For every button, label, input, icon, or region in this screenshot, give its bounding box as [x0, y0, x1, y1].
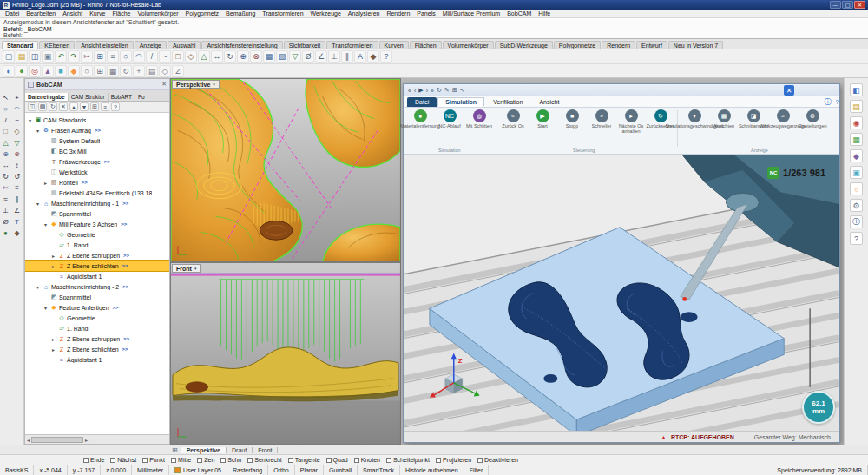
tree-item-more[interactable]: >>: [121, 221, 127, 227]
toolbar-icon[interactable]: ●: [16, 65, 28, 77]
osnap-toggle[interactable]: Senkrecht: [247, 457, 282, 463]
toolbar-tab[interactable]: Auswahl: [168, 41, 201, 49]
tree-item[interactable]: ▾ ⚙ Fräsen Auftrag >>: [25, 125, 169, 135]
toolbar-tab[interactable]: Kurven: [379, 41, 409, 49]
toolbar-icon[interactable]: ◇: [185, 50, 197, 63]
toolbar-icon[interactable]: Ø: [302, 50, 314, 63]
minimize-button[interactable]: —: [830, 1, 841, 9]
tree-item[interactable]: ◫ Werkstück: [25, 167, 169, 177]
menu-item[interactable]: Hilfe: [535, 10, 554, 16]
status-toggle[interactable]: Planar: [295, 465, 324, 475]
tool-palette-icon[interactable]: ~: [11, 115, 23, 126]
sim-ribbon-button[interactable]: ▸ Nächste Os anhalten: [616, 109, 646, 134]
menu-item[interactable]: Werkzeuge: [307, 10, 345, 16]
osnap-toggle[interactable]: Tangente: [288, 457, 320, 463]
dock-panel-icon[interactable]: ◆: [850, 149, 863, 162]
sim-tab[interactable]: Ansicht: [531, 97, 567, 107]
viewport-tab[interactable]: Front: [253, 447, 278, 453]
sim-ribbon-button[interactable]: NC NC-Ablauf: [435, 109, 464, 129]
dock-panel-icon[interactable]: ?: [850, 232, 863, 245]
sim-ribbon-button[interactable]: « Zurück Os: [498, 109, 528, 129]
dock-panel-icon[interactable]: ☼: [850, 182, 863, 195]
tree-expand-icon[interactable]: ▾: [35, 128, 41, 134]
toolbar-icon[interactable]: ▤: [16, 50, 28, 63]
scroll-right-icon[interactable]: ▸: [85, 437, 88, 443]
tree-expand-icon[interactable]: ▸: [50, 346, 56, 353]
panel-toolbar-icon[interactable]: ▼: [80, 102, 89, 111]
status-toggle[interactable]: Filter: [464, 465, 490, 475]
tree-item-more[interactable]: >>: [95, 128, 101, 133]
status-toggle[interactable]: Historie aufnehmen: [400, 465, 464, 475]
dock-panel-icon[interactable]: ⓘ: [850, 215, 863, 228]
sim-ribbon-button[interactable]: ■ Stopp: [557, 109, 587, 129]
checkbox-icon[interactable]: [142, 458, 148, 463]
panel-tab[interactable]: Fo: [135, 93, 148, 101]
osnap-toggle[interactable]: Ende: [83, 457, 104, 463]
command-prompt[interactable]: Befehl:: [3, 32, 865, 39]
panel-toolbar-icon[interactable]: ↻: [49, 102, 57, 111]
toolbar-icon[interactable]: ○: [120, 50, 132, 63]
tree-item-more[interactable]: >>: [122, 284, 128, 289]
viewport-title-perspective[interactable]: Perspektive ▾: [172, 80, 220, 89]
toolbar-icon[interactable]: ▣: [42, 50, 54, 63]
toolbar-icon[interactable]: /: [146, 50, 158, 63]
toolbar-tab[interactable]: Sichtbarkeit: [284, 41, 326, 49]
osnap-toggle[interactable]: Deaktivieren: [477, 457, 518, 463]
sim-ribbon-button[interactable]: ▶ Start: [528, 109, 557, 129]
checkbox-icon[interactable]: [171, 458, 176, 463]
dock-panel-icon[interactable]: ◧: [850, 83, 863, 96]
checkbox-icon[interactable]: [220, 458, 226, 463]
tree-item[interactable]: ▸ Z Z Ebene schruppen >>: [25, 333, 169, 344]
toolbar-tab[interactable]: Standard: [2, 41, 38, 49]
tool-palette-icon[interactable]: T: [11, 216, 23, 228]
scroll-thumb[interactable]: [31, 437, 83, 443]
tree-expand-icon[interactable]: ▸: [50, 263, 56, 269]
tree-expand-icon[interactable]: ▸: [50, 253, 56, 259]
tool-palette-icon[interactable]: ↕: [11, 160, 23, 171]
tool-palette-icon[interactable]: ↔: [0, 160, 11, 171]
tree-item-more[interactable]: >>: [113, 305, 119, 310]
menu-item[interactable]: Polygonnetz: [182, 10, 223, 16]
menu-item[interactable]: Ansicht: [59, 10, 86, 16]
tree-item[interactable]: ◧ BC 3x Mill: [25, 146, 169, 156]
tool-palette-icon[interactable]: ∥: [11, 194, 23, 205]
menu-item[interactable]: Rendern: [383, 10, 413, 16]
tree-item[interactable]: ▾ ⌂ Maschineneinrichtung - 1 >>: [25, 198, 169, 208]
status-toggle[interactable]: Gumball: [324, 465, 358, 475]
sim-ribbon-button[interactable]: ⚙ Einstellungen: [798, 109, 827, 129]
toolbar-icon[interactable]: ◎: [29, 65, 41, 77]
status-toggle[interactable]: Ortho: [268, 465, 295, 475]
dock-panel-icon[interactable]: ⚙: [850, 199, 863, 212]
tree-item[interactable]: ≈ Äquidistant 1: [25, 354, 169, 365]
tree-item[interactable]: ▾ ◆ Mill Feature 3 Achsen >>: [25, 219, 169, 229]
sim-quick-icon[interactable]: ›: [426, 88, 428, 94]
viewport-tab[interactable]: Drauf: [227, 447, 253, 453]
tool-palette-icon[interactable]: Ø: [0, 216, 11, 228]
menu-item[interactable]: Datei: [2, 10, 23, 16]
sim-ribbon-button[interactable]: ▾ Simulationsgeschwindigkeit: [680, 109, 709, 129]
tool-palette-icon[interactable]: ↖: [0, 92, 11, 103]
units-selector[interactable]: Millimeter: [132, 465, 169, 475]
sim-tab[interactable]: Verifikation: [485, 97, 530, 107]
tool-palette-icon[interactable]: □: [0, 126, 11, 137]
osnap-toggle[interactable]: Knoten: [354, 457, 380, 463]
tree-item[interactable]: ▸ Z Z Ebene schruppen >>: [25, 250, 169, 261]
toolbar-tab[interactable]: Ansicht einstellen: [76, 41, 133, 49]
osnap-toggle[interactable]: Scheitelpunkt: [386, 457, 430, 463]
sim-ribbon-button[interactable]: » Schneller: [587, 109, 616, 129]
toolbar-tab[interactable]: Anzeige: [135, 41, 167, 49]
toolbar-tab[interactable]: Volumenkörper: [443, 41, 494, 49]
tree-item-more[interactable]: >>: [122, 346, 128, 352]
dock-panel-icon[interactable]: ▦: [850, 133, 863, 146]
osnap-toggle[interactable]: Zen: [197, 457, 214, 463]
sim-tab[interactable]: Datei: [407, 97, 437, 107]
sim-ribbon-button[interactable]: ● Materialentfernung: [405, 109, 435, 129]
cplane-selector[interactable]: BasisKS: [0, 465, 34, 475]
osnap-toggle[interactable]: Quad: [326, 457, 348, 463]
tree-item-more[interactable]: >>: [122, 263, 128, 268]
tool-palette-icon[interactable]: ↻: [0, 171, 11, 182]
dock-panel-icon[interactable]: ◉: [850, 116, 863, 129]
toolbar-icon[interactable]: ○: [81, 65, 93, 77]
sim-ribbon-button[interactable]: [496, 110, 496, 147]
tree-item[interactable]: ◩ Spannmittel: [25, 208, 169, 219]
